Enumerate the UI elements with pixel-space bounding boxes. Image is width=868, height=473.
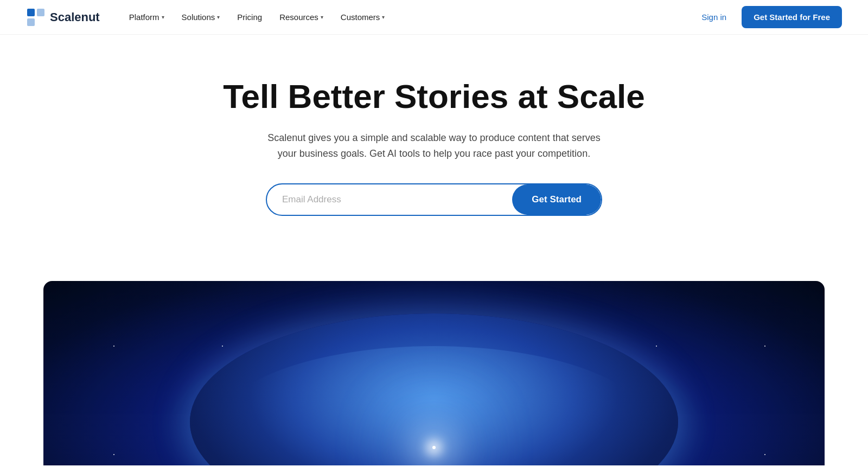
logo-text: Scalenut [50,10,100,24]
chevron-down-icon: ▾ [382,14,385,20]
svg-rect-1 [27,18,35,26]
svg-rect-2 [37,9,44,16]
hero-subtitle: Scalenut gives you a simple and scalable… [260,130,608,162]
light-burst [432,446,436,449]
chevron-down-icon: ▾ [217,14,220,20]
sign-in-link[interactable]: Sign in [695,8,733,26]
email-input[interactable] [267,184,512,215]
hero-title-highlight: Scale [557,78,645,115]
nav-item-pricing[interactable]: Pricing [229,8,270,26]
svg-rect-0 [27,9,35,16]
logo-link[interactable]: Scalenut [26,8,100,27]
logo-icon [26,8,46,27]
email-form: Get Started [266,183,602,216]
hero-title: Tell Better Stories at Scale [22,78,846,115]
light-rays [163,339,705,448]
get-started-form-button[interactable]: Get Started [512,184,601,215]
nav-actions: Sign in Get Started for Free [695,6,842,28]
space-background [43,281,825,465]
nav-item-customers[interactable]: Customers ▾ [333,8,393,26]
get-started-nav-button[interactable]: Get Started for Free [742,6,842,28]
navigation: Scalenut Platform ▾ Solutions ▾ Pricing … [0,0,868,35]
hero-image [43,281,825,465]
nav-item-solutions[interactable]: Solutions ▾ [174,8,228,26]
nav-item-resources[interactable]: Resources ▾ [272,8,331,26]
nav-links: Platform ▾ Solutions ▾ Pricing Resources… [122,8,695,26]
chevron-down-icon: ▾ [162,14,164,20]
nav-item-platform[interactable]: Platform ▾ [122,8,172,26]
chevron-down-icon: ▾ [321,14,323,20]
hero-section: Tell Better Stories at Scale Scalenut gi… [0,35,868,248]
